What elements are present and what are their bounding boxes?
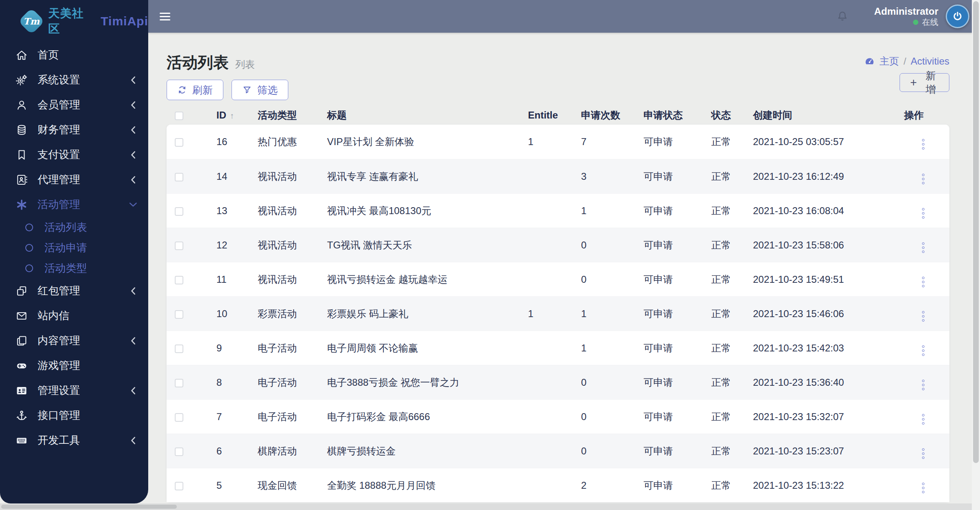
- sidebar-item-agents[interactable]: 代理管理: [0, 167, 148, 192]
- cell-status: 正常: [703, 410, 745, 423]
- cell-status: 正常: [703, 342, 745, 355]
- user-meta: Administrator 在线: [874, 6, 938, 27]
- row-checkbox[interactable]: [175, 482, 183, 490]
- cell-id: 7: [208, 411, 249, 423]
- add-button[interactable]: + 新增: [900, 73, 949, 92]
- row-checkbox[interactable]: [175, 310, 183, 319]
- row-checkbox[interactable]: [175, 173, 183, 181]
- breadcrumb-current: Activities: [911, 56, 949, 67]
- page-title: 活动列表: [167, 52, 229, 73]
- table-row: 5 现金回馈 全勤奖 18888元月月回馈 2 可申请 正常 2021-10-2…: [167, 468, 949, 502]
- envelope-icon: [16, 310, 28, 322]
- row-actions-ellipsis-icon[interactable]: [920, 309, 926, 323]
- row-actions-ellipsis-icon[interactable]: [920, 481, 926, 495]
- sidebar-item-devtools[interactable]: 开发工具: [0, 428, 148, 453]
- table-row: 7 电子活动 电子打码彩金 最高6666 0 可申请 正常 2021-10-23…: [167, 399, 949, 434]
- notifications-bell-icon[interactable]: [836, 10, 849, 23]
- row-checkbox[interactable]: [175, 344, 183, 353]
- horizontal-scrollbar-thumb[interactable]: [1, 505, 177, 509]
- sidebar-item-members[interactable]: 会员管理: [0, 92, 148, 117]
- cell-title: 彩票娱乐 码上豪礼: [319, 307, 520, 320]
- cell-title: 视讯专享 连赢有豪礼: [319, 170, 520, 183]
- refresh-button-label: 刷新: [192, 83, 213, 97]
- row-actions-ellipsis-icon[interactable]: [920, 172, 926, 186]
- refresh-button[interactable]: 刷新: [167, 80, 223, 100]
- row-select: [167, 308, 208, 320]
- sidebar-subitem[interactable]: 活动申请: [0, 237, 148, 258]
- row-actions-ellipsis-icon[interactable]: [920, 241, 926, 255]
- row-checkbox[interactable]: [175, 413, 183, 422]
- cell-created: 2021-10-23 15:36:40: [745, 377, 896, 388]
- cell-type: 视讯活动: [249, 170, 319, 183]
- horizontal-scrollbar[interactable]: [0, 503, 972, 510]
- row-checkbox[interactable]: [175, 447, 183, 456]
- header-id[interactable]: ID↑: [208, 110, 249, 121]
- sidebar-subitem[interactable]: 活动列表: [0, 217, 148, 237]
- row-select: [167, 342, 208, 354]
- sidebar: Tm 天美社区 TimiApi 首页 系统设置 会员管理 财务管理 支付设置 代…: [0, 0, 148, 503]
- row-actions-ellipsis-icon[interactable]: [920, 206, 926, 220]
- online-status-dot: [913, 20, 918, 25]
- sidebar-item-games[interactable]: 游戏管理: [0, 353, 148, 378]
- table-row: 6 棋牌活动 棋牌亏损转运金 0 可申请 正常 2021-10-23 15:23…: [167, 434, 949, 468]
- chevron-left-icon: [130, 386, 136, 395]
- cell-created: 2021-10-23 15:49:51: [745, 274, 896, 285]
- vertical-scrollbar[interactable]: [972, 0, 980, 510]
- sidebar-item-admin[interactable]: 管理设置: [0, 378, 148, 403]
- breadcrumb-home-link[interactable]: 主页: [880, 55, 899, 68]
- brand-app-name: TimiApi: [101, 14, 148, 28]
- cell-title: 电子打码彩金 最高6666: [319, 410, 520, 423]
- cell-apply-status: 可申请: [635, 342, 703, 355]
- row-checkbox[interactable]: [175, 138, 183, 147]
- row-checkbox[interactable]: [175, 242, 183, 250]
- sidebar-item-messages[interactable]: 站内信: [0, 303, 148, 328]
- row-select: [167, 480, 208, 491]
- sidebar-item-activities[interactable]: 活动管理: [0, 192, 148, 217]
- sidebar-item-system[interactable]: 系统设置: [0, 67, 148, 92]
- cell-apply-status: 可申请: [635, 273, 703, 286]
- cell-title: 全勤奖 18888元月月回馈: [319, 479, 520, 492]
- sidebar-item-finance[interactable]: 财务管理: [0, 117, 148, 142]
- sidebar-item-content[interactable]: 内容管理: [0, 328, 148, 353]
- row-actions-ellipsis-icon[interactable]: [920, 137, 926, 151]
- cell-status: 正常: [703, 479, 745, 492]
- cell-title: 视讯冲关 最高108130元: [319, 204, 520, 217]
- row-actions-ellipsis-icon[interactable]: [920, 412, 926, 426]
- row-actions-ellipsis-icon[interactable]: [920, 344, 926, 358]
- row-checkbox[interactable]: [175, 276, 183, 284]
- cell-type: 棋牌活动: [249, 445, 319, 458]
- chevron-down-icon: [129, 202, 138, 208]
- cell-type: 彩票活动: [249, 307, 319, 320]
- select-all-checkbox[interactable]: [175, 112, 183, 120]
- cell-id: 9: [208, 342, 249, 354]
- sidebar-item-api[interactable]: 接口管理: [0, 403, 148, 428]
- cogs-icon: [16, 74, 28, 86]
- sidebar-item-redpacket[interactable]: 红包管理: [0, 278, 148, 303]
- row-checkbox[interactable]: [175, 207, 183, 216]
- chevron-left-icon: [130, 175, 136, 184]
- brand[interactable]: Tm 天美社区 TimiApi: [0, 0, 148, 42]
- sidebar-subitem[interactable]: 活动类型: [0, 258, 148, 278]
- cell-status: 正常: [703, 445, 745, 458]
- user-avatar-power-icon[interactable]: [946, 4, 969, 28]
- table-row: 9 电子活动 电子周周领 不论输赢 1 可申请 正常 2021-10-23 15…: [167, 331, 949, 365]
- row-actions-ellipsis-icon[interactable]: [920, 275, 926, 289]
- main-content: 活动列表 列表 主页 / Activities 刷新 筛选 + 新增: [148, 33, 980, 510]
- cell-created: 2021-10-23 16:12:49: [745, 171, 896, 182]
- row-actions-ellipsis-icon[interactable]: [920, 378, 926, 392]
- sidebar-toggle-hamburger-icon[interactable]: [160, 13, 170, 20]
- cell-status: 正常: [703, 376, 745, 389]
- filter-button[interactable]: 筛选: [232, 80, 288, 100]
- sidebar-item-payment[interactable]: 支付设置: [0, 142, 148, 167]
- row-checkbox[interactable]: [175, 379, 183, 387]
- cell-title: VIP星计划 全新体验: [319, 135, 520, 148]
- header-created: 创建时间: [745, 109, 896, 122]
- row-actions-ellipsis-icon[interactable]: [920, 447, 926, 461]
- header-select-all: [167, 110, 208, 121]
- cell-apply-status: 可申请: [635, 204, 703, 217]
- cell-count: 1: [573, 308, 635, 320]
- vertical-scrollbar-thumb[interactable]: [973, 1, 979, 463]
- sidebar-item-home[interactable]: 首页: [0, 42, 148, 67]
- header-type: 活动类型: [249, 109, 319, 122]
- bookmark-icon: [16, 149, 28, 161]
